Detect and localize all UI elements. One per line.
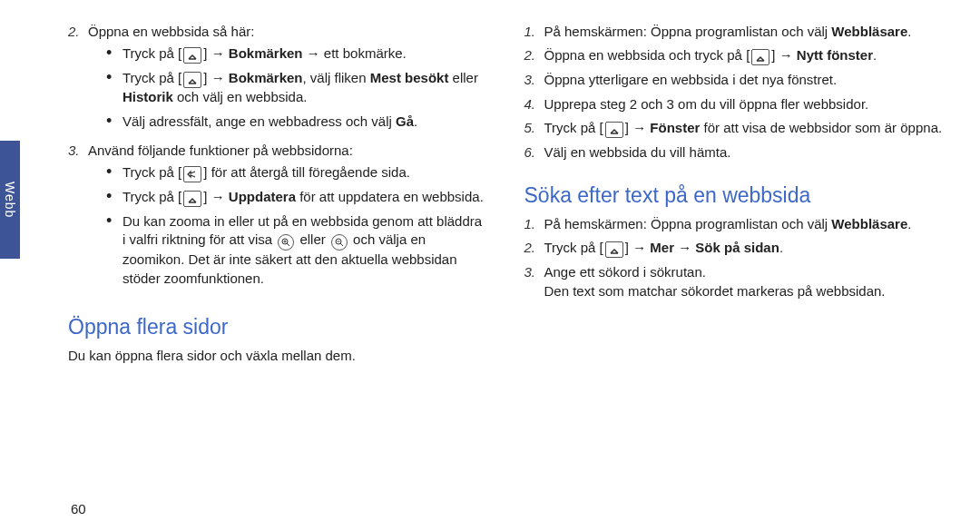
right-step-2: 2. Öppna en webbsida och tryck på [] → N… [524,46,945,65]
open-multiple-intro: Du kan öppna flera sidor och växla mella… [68,347,488,365]
right-step-3: 3. Öppna ytterligare en webbsida i det n… [524,71,945,89]
left-step-3: 3. Använd följande funktioner på webbsid… [68,142,488,293]
svg-line-5 [340,243,343,246]
bullet-bookmarks-2: Tryck på [] → Bokmärken, välj fliken Mes… [106,69,488,106]
search-step-1: 1. På hemskärmen: Öppna programlistan oc… [524,215,945,233]
menu-icon [605,241,623,258]
bullet-address: Välj adressfält, ange en webbadress och … [106,113,488,131]
num-3: 3 [68,143,75,158]
right-step-1: 1. På hemskärmen: Öppna programlistan oc… [524,23,945,41]
menu-icon [183,47,201,64]
step2-lead: Öppna en webbsida så här: [88,24,254,39]
back-icon [183,166,201,182]
right-step-6: 6. Välj en webbsida du vill hämta. [524,143,945,162]
bullet-bookmarks-1: Tryck på [] → Bokmärken → ett bokmärke. [106,44,488,64]
heading-open-multiple: Öppna flera sidor [68,313,488,341]
content-columns: 2. Öppna en webbsida så här: Tryck på []… [68,23,944,372]
right-step-5: 5. Tryck på [] → Fönster för att visa de… [524,119,945,138]
zoom-out-icon [331,234,348,251]
menu-icon [183,72,201,88]
search-step-2: 2. Tryck på [] → Mer → Sök på sidan. [524,239,945,258]
search-step-3: 3. Ange ett sökord i sökrutan.Den text s… [524,263,945,300]
bullet-zoom: Du kan zooma in eller ut på en webbsida … [106,212,488,288]
bullet-refresh: Tryck på [] → Uppdatera för att uppdater… [106,188,488,207]
menu-icon [183,191,201,207]
right-step-4: 4. Upprepa steg 2 och 3 om du vill öppna… [524,95,945,113]
zoom-in-icon [278,234,294,251]
right-column: 1. På hemskärmen: Öppna programlistan oc… [524,23,945,372]
bullet-back: Tryck på [] för att återgå till föregåen… [106,163,488,182]
page-number: 60 [71,501,86,516]
menu-icon [751,49,769,65]
step3-lead: Använd följande funktioner på webbsidorn… [88,143,353,158]
num-2: 2 [68,24,75,39]
svg-line-1 [287,243,289,246]
menu-icon [605,122,623,138]
side-tab: Webb [0,141,20,259]
left-step-2: 2. Öppna en webbsida så här: Tryck på []… [68,23,488,136]
left-column: 2. Öppna en webbsida så här: Tryck på []… [68,23,488,372]
heading-search-text: Söka efter text på en webbsida [524,182,945,210]
